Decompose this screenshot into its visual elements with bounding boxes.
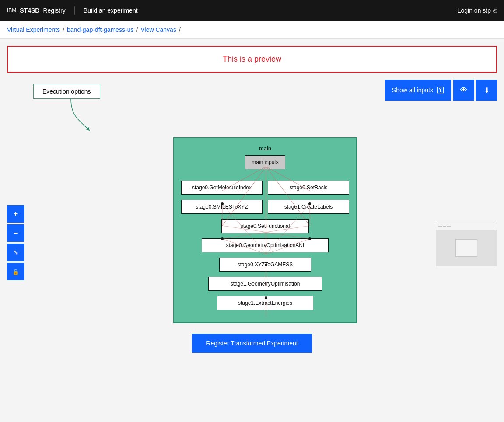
breadcrumb-view-canvas[interactable]: View Canvas (140, 26, 176, 33)
mini-bar-dot (438, 226, 442, 227)
node-main-inputs[interactable]: main inputs (245, 155, 285, 169)
node-stage0-set-functional-label: stage0.SetFunctional (241, 223, 290, 229)
breadcrumb-sep-3: / (179, 26, 181, 33)
zoom-out-button[interactable]: − (7, 224, 24, 242)
nodes-center-1: stage0.SetFunctional (181, 219, 349, 233)
nodes-center-3: stage1.ExtractEnergies (181, 296, 349, 310)
node-stage1-geometry-opt[interactable]: stage1.GeometryOptimisation (208, 277, 322, 291)
login-icon: ⎋ (494, 7, 497, 14)
fit-button[interactable]: ⤡ (7, 244, 24, 261)
node-main-inputs-label: main inputs (252, 159, 278, 165)
node-stage0-geometry-ani-label: stage0.GeometryOptimisationANI (226, 242, 304, 248)
top-controls: Execution options Show all inputs ⚿ 👁 (7, 80, 497, 134)
breadcrumb-sep-2: / (136, 26, 138, 33)
login-label: Login on stp (458, 7, 491, 14)
show-all-inputs-label: Show all inputs (392, 87, 433, 94)
nodes-wide-2: stage1.GeometryOptimisation (181, 277, 349, 291)
zoom-in-icon: + (14, 209, 18, 219)
node-stage1-create-labels-label: stage1.CreateLabels (284, 204, 333, 210)
nodes-row-1: stage0.GetMoleculeIndex stage0.SetBasis (181, 181, 349, 195)
zoom-controls: + − ⤡ 🔒 (7, 205, 24, 281)
app-header: IBM ST4SD Registry Build an experiment L… (0, 0, 504, 21)
node-stage0-xyz-gamess-label: stage0.XYZToGAMESS (238, 262, 293, 268)
download-button[interactable]: ⬇ (476, 80, 497, 101)
node-stage0-get-molecule[interactable]: stage0.GetMoleculeIndex (181, 181, 262, 195)
node-stage0-set-basis-label: stage0.SetBasis (290, 185, 328, 191)
exec-connector-svg (45, 99, 97, 134)
show-all-inputs-button[interactable]: Show all inputs ⚿ (385, 80, 452, 101)
node-stage0-smiles[interactable]: stage0.SMILESToXYZ (181, 200, 262, 214)
mini-window-content (436, 230, 497, 266)
right-controls: Show all inputs ⚿ 👁 ⬇ (385, 80, 497, 101)
mini-window (436, 223, 497, 266)
preview-text: This is a preview (223, 55, 281, 63)
zoom-out-icon: − (14, 229, 18, 238)
node-stage1-geometry-opt-label: stage1.GeometryOptimisation (231, 281, 300, 287)
inputs-icon: ⚿ (437, 86, 444, 95)
execution-options-box[interactable]: Execution options (33, 84, 100, 99)
nodes-row-2: stage0.SMILESToXYZ stage1.CreateLabels (181, 200, 349, 214)
workflow-wrapper: main main inputs (33, 137, 497, 323)
zoom-in-button[interactable]: + (7, 205, 24, 223)
eye-button[interactable]: 👁 (453, 80, 474, 101)
node-stage1-create-labels[interactable]: stage1.CreateLabels (268, 200, 349, 214)
breadcrumb-band-gap[interactable]: band-gap-dft-gamess-us (67, 26, 134, 33)
node-stage0-xyz-gamess[interactable]: stage0.XYZToGAMESS (219, 258, 311, 272)
mini-node (455, 239, 477, 257)
register-transformed-experiment-button[interactable]: Register Transformed Experiment (192, 334, 312, 353)
mini-bar-dot-2 (443, 226, 446, 227)
main-content: This is a preview Execution options Show… (0, 39, 504, 422)
execution-options-label: Execution options (42, 88, 91, 95)
node-stage0-set-basis[interactable]: stage0.SetBasis (268, 181, 349, 195)
breadcrumb-virtual-experiments[interactable]: Virtual Experiments (7, 26, 60, 33)
ibm-label: IBM (7, 7, 16, 14)
node-stage0-smiles-label: stage0.SMILESToXYZ (196, 204, 248, 210)
mini-bar-dot-3 (447, 226, 451, 227)
node-stage1-extract-energies-label: stage1.ExtractEnergies (238, 300, 292, 306)
lock-icon: 🔒 (12, 269, 19, 275)
node-stage1-extract-energies[interactable]: stage1.ExtractEnergies (217, 296, 313, 310)
nodes-center-2: stage0.XYZToGAMESS (181, 258, 349, 272)
node-stage0-get-molecule-label: stage0.GetMoleculeIndex (192, 185, 252, 191)
node-stage0-set-functional[interactable]: stage0.SetFunctional (221, 219, 309, 233)
node-stage0-geometry-ani[interactable]: stage0.GeometryOptimisationANI (202, 238, 329, 252)
header-brand: IBM ST4SD Registry Build an experiment (7, 6, 138, 15)
login-button[interactable]: Login on stp ⎋ (458, 7, 497, 14)
mini-window-bar (436, 223, 497, 230)
breadcrumb-sep-1: / (63, 26, 64, 33)
svg-line-3 (266, 167, 310, 226)
execution-options-area: Execution options (7, 80, 100, 134)
nodes-wide-1: stage0.GeometryOptimisationANI (181, 238, 349, 252)
preview-banner: This is a preview (7, 46, 497, 73)
main-graph-label: main (181, 145, 349, 152)
svg-line-2 (222, 167, 266, 226)
header-nav-label: Build an experiment (84, 7, 138, 14)
eye-icon: 👁 (460, 86, 467, 94)
main-graph: main main inputs (173, 137, 357, 323)
registry-label: Registry (43, 7, 65, 14)
header-divider (74, 6, 75, 15)
register-btn-container: Register Transformed Experiment (7, 334, 497, 353)
breadcrumb: Virtual Experiments / band-gap-dft-games… (0, 21, 504, 39)
fit-icon: ⤡ (13, 249, 18, 256)
st4sd-label: ST4SD (20, 7, 39, 14)
download-icon: ⬇ (484, 86, 490, 94)
register-btn-label: Register Transformed Experiment (206, 340, 298, 347)
lock-button[interactable]: 🔒 (7, 263, 24, 280)
